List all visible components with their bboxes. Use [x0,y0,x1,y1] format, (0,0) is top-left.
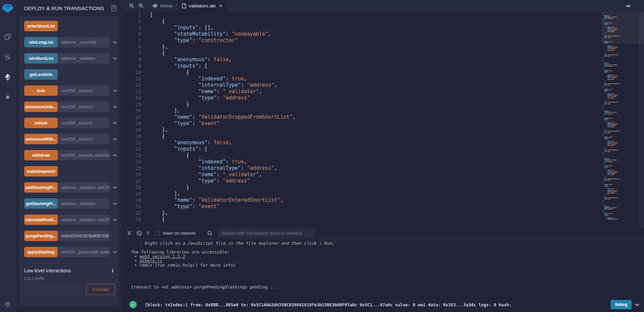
low-level-interactions-title: Low level interactions [24,268,71,273]
tab-close-icon[interactable]: ✕ [219,3,223,8]
function-button-calculatePendi[interactable]: calculatePendi... [24,214,58,225]
code-line: 9 "inputs": [ [123,63,644,69]
line-number: 19 [123,127,141,133]
function-arg-input[interactable]: uint256 _amount, address _p [58,150,110,160]
icon-sidebar: S ⚙ [0,0,15,312]
expand-args-chevron-icon[interactable] [113,104,117,108]
function-button-enterShortList[interactable]: enterShortList [24,21,58,31]
function-arg-input[interactable]: address _validator, uint256 _ [58,214,110,225]
solidity-compiler-icon[interactable]: S [0,49,15,65]
tab-validators-abi[interactable]: validators.abi ✕ [177,0,227,11]
listen-on-network-checkbox[interactable] [155,231,160,236]
function-arg-input[interactable]: uint256 _amount [58,134,110,144]
line-number: 6 [123,44,141,50]
function-arg-input[interactable]: address _userAddr [58,37,110,47]
code-line: 23 { [123,152,644,159]
line-number: 2 [123,18,141,25]
transaction-result-row[interactable]: ✓ [block: txIndex:] from: 0x8DB...865e0 … [123,300,644,309]
function-row: addSlashingPr...address _validator, uint… [24,182,119,193]
function-button-isInShortList[interactable]: isInShortList [24,53,58,64]
line-number: 31 [123,203,141,210]
function-arg-input[interactable]: uint256 _amount [58,118,110,128]
line-number: 29 [123,191,141,197]
line-number: 9 [123,63,141,69]
expand-args-chevron-icon[interactable] [113,153,117,156]
remix-logo-icon[interactable] [0,1,15,16]
debug-button[interactable]: Debug [611,300,632,309]
function-list: enterShortListisInLongListaddress _userA… [19,21,119,257]
info-icon[interactable]: ℹ [112,268,114,273]
line-number: 17 [123,114,141,120]
expand-args-chevron-icon[interactable] [113,56,117,60]
minimap[interactable] [601,12,639,222]
settings-gear-icon[interactable]: ⚙ [0,299,15,310]
pending-tx-count: 0 [147,231,149,236]
expand-args-chevron-icon[interactable] [113,217,117,221]
plugin-manager-icon[interactable] [0,89,15,105]
function-button-withdraw[interactable]: withdraw [24,150,58,160]
function-arg-input[interactable]: 0xBADA551878e60B7D917 [58,231,110,241]
terminal-search-input[interactable] [218,229,314,237]
section-divider [24,263,114,263]
zoom-out-icon[interactable] [127,0,136,11]
editor-scrollbar[interactable] [639,11,644,227]
terminal-line: - Right click on a JavaScript file in th… [131,241,644,245]
expand-args-chevron-icon[interactable] [113,249,117,253]
zoom-in-icon[interactable] [136,0,146,11]
function-arg-input[interactable]: uint256 _amount [58,85,110,96]
function-row: getLockInfo [24,69,119,80]
function-button-announceUnlo[interactable]: announceUnlo... [24,102,58,112]
clear-console-icon[interactable] [136,230,142,236]
function-row: makeSnapshot [24,166,119,177]
line-number: 14 [123,95,141,101]
line-number: 30 [123,197,141,203]
function-button-getSlashingPr[interactable]: getSlashingPr... [24,198,58,209]
function-arg-input[interactable]: uint256 _amount [58,102,110,112]
line-number: 7 [123,50,141,56]
function-arg-input[interactable]: address _validator [58,198,110,209]
code-line: 29 ], [123,191,644,197]
expand-args-chevron-icon[interactable] [113,40,117,43]
function-button-lock[interactable]: lock [24,85,58,96]
line-number: 5 [123,37,141,44]
function-arg-input[interactable]: address _validator [58,53,110,64]
line-number: 26 [123,171,141,178]
function-button-addSlashingPr[interactable]: addSlashingPr... [24,182,58,193]
transact-button[interactable]: Transact [86,284,115,295]
code-line: 17 "name": "ValidatorDroppedFromShortLis… [123,114,644,120]
expand-transaction-icon[interactable] [635,302,639,306]
terminal-line: The following libraries are accessible: [131,250,644,254]
function-button-getLockInfo[interactable]: getLockInfo [24,69,58,80]
code-line: 28 } [123,184,644,191]
function-arg-input[interactable]: uint256 _proposalId, address [58,247,110,257]
code-editor[interactable]: 1[2 {3 "inputs": [],4 "stateMutability":… [123,11,644,227]
expand-args-chevron-icon[interactable] [113,120,117,124]
function-button-isInLongList[interactable]: isInLongList [24,37,58,47]
expand-args-chevron-icon[interactable] [113,136,117,140]
function-button-announceWith[interactable]: announceWith... [24,134,58,144]
deploy-and-run-icon[interactable] [0,69,15,85]
documentation-book-icon[interactable] [112,5,116,11]
function-row: lockuint256 _amount [24,85,119,96]
code-line: 7 { [123,50,644,56]
terminal-line [131,272,644,276]
file-explorer-icon[interactable] [0,29,15,44]
line-number: 12 [123,82,141,88]
function-button-purgePending[interactable]: purgePending... [24,231,58,241]
collapse-terminal-icon[interactable] [127,231,131,236]
expand-args-chevron-icon[interactable] [113,185,117,189]
file-icon [182,3,186,8]
code-line: 21 "anonymous": false, [123,140,644,146]
line-number: 10 [123,69,141,76]
function-button-applySlashing[interactable]: applySlashing [24,247,58,257]
expand-args-chevron-icon[interactable] [113,88,117,92]
tab-home[interactable]: Home [148,0,177,11]
function-button-makeSnapshot[interactable]: makeSnapshot [24,166,58,177]
minimap-slider[interactable] [601,11,644,44]
function-button-unlock[interactable]: unlock [24,118,58,128]
horizontal-scroll-icon[interactable]: ↔ [626,3,631,9]
function-arg-input[interactable]: address _validator, uint256 _ [58,182,110,193]
calldata-input[interactable] [24,284,84,295]
expand-args-chevron-icon[interactable] [113,201,117,205]
function-row: isInLongListaddress _userAddr [24,37,119,47]
